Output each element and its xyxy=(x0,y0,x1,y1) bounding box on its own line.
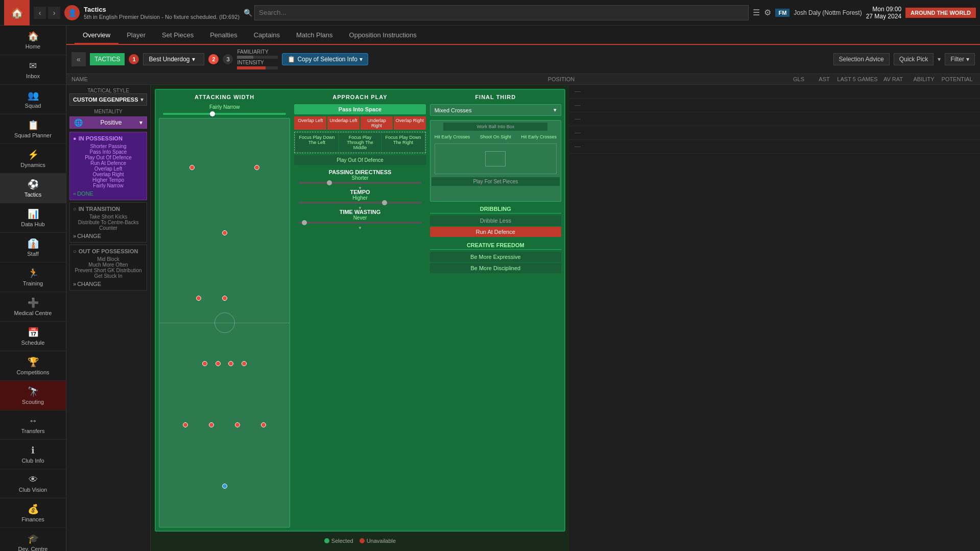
overlap-right-btn[interactable]: Overlap Right xyxy=(394,116,426,130)
chevron-down-icon: ▾ xyxy=(192,56,195,63)
mentality-select[interactable]: 🌐 Positive ▾ xyxy=(69,116,147,129)
tactics-back-btn[interactable]: « xyxy=(71,52,86,66)
sidebar-item-scouting[interactable]: 🔭Scouting xyxy=(0,381,66,411)
sidebar-item-staff[interactable]: 👔Staff xyxy=(0,233,66,262)
mentality-icon: 🌐 xyxy=(74,118,83,127)
time-wasting-slider[interactable]: ▼ xyxy=(294,221,425,225)
top-right-controls: ☰ ⚙ FM Josh Daly (Nottm Forest) Mon 09:0… xyxy=(753,6,976,20)
possession-item-1: Shorter Passing xyxy=(73,143,144,149)
sidebar-item-dev-centre[interactable]: 🎓Dev. Centre xyxy=(0,528,66,551)
sidebar-item-squad[interactable]: 👥Squad xyxy=(0,85,66,114)
tempo-slider[interactable]: ▼ xyxy=(294,201,425,205)
final-third-chevron: ▾ xyxy=(554,107,557,113)
selected-dot xyxy=(324,538,329,543)
final-third-dropdown[interactable]: Mixed Crosses ▾ xyxy=(430,104,561,116)
underlap-right-btn[interactable]: Underlap Right xyxy=(361,116,393,130)
tab-player[interactable]: Player xyxy=(118,27,154,44)
sidebar-item-home[interactable]: 🏠Home xyxy=(0,26,66,55)
be-more-expressive-btn[interactable]: Be More Expressive xyxy=(430,252,561,262)
filter-btn[interactable]: Filter ▾ xyxy=(945,53,975,65)
legend-row: Selected Unavailable xyxy=(155,535,565,547)
search-input[interactable] xyxy=(254,5,749,20)
sidebar-item-inbox[interactable]: ✉Inbox xyxy=(0,55,66,85)
underlap-left-btn[interactable]: Underlap Left xyxy=(327,116,360,130)
play-out-of-defence-btn[interactable]: Play Out Of Defence xyxy=(294,155,425,165)
sidebar-item-competitions[interactable]: 🏆Competitions xyxy=(0,351,66,381)
player-row[interactable]: — xyxy=(569,112,980,126)
sidebar-item-transfers[interactable]: ↔Transfers xyxy=(0,411,66,440)
focus-play-right-btn[interactable]: Focus Play Down The Right xyxy=(382,133,424,152)
menu-btn[interactable]: ☰ xyxy=(753,8,760,17)
tactical-style-name: CUSTOM GEGENPRESS xyxy=(73,97,138,103)
sidebar-item-club-info[interactable]: ℹClub Info xyxy=(0,440,66,469)
around-world-btn[interactable]: AROUND THE WORLD xyxy=(905,8,976,18)
transition-item-3: Counter xyxy=(73,225,144,231)
tempo-value: Higher xyxy=(294,195,425,201)
mentality-value: Positive xyxy=(100,119,122,126)
tactical-style-box[interactable]: CUSTOM GEGENPRESS ▾ xyxy=(69,93,147,106)
tactic-name-box[interactable]: Best Underdog ▾ xyxy=(143,53,204,65)
user-info: Josh Daly (Nottm Forest) xyxy=(794,9,862,16)
back-arrow[interactable]: ‹ xyxy=(34,7,46,19)
tempo-section: TEMPO Higher ▼ xyxy=(294,189,425,205)
sidebar-item-club-vision[interactable]: 👁Club Vision xyxy=(0,469,66,498)
out-possession-change-btn[interactable]: » CHANGE xyxy=(73,281,101,287)
search-icon: 🔍 xyxy=(244,9,252,17)
final-third-col: FINAL THIRD Mixed Crosses ▾ Work Ball In… xyxy=(430,93,561,528)
focus-play-left-btn[interactable]: Focus Play Down The Left xyxy=(296,133,338,152)
unavailable-label: Unavailable xyxy=(367,538,396,544)
sidebar-item-finances[interactable]: 💰Finances xyxy=(0,498,66,528)
hit-early-row: Hit Early Crosses Shoot On Sight Hit Ear… xyxy=(431,132,561,141)
date-time: Mon 09:00 xyxy=(872,6,901,13)
work-ball-btn[interactable]: Work Ball Into Box xyxy=(443,123,547,131)
in-possession-header: ● IN POSSESSION xyxy=(73,135,144,141)
tab-penalties[interactable]: Penalties xyxy=(202,27,245,44)
attacking-width-slider[interactable] xyxy=(159,112,290,116)
content-area: Overview Player Set Pieces Penalties Cap… xyxy=(66,26,980,551)
tactics-title: Tactics xyxy=(84,6,240,13)
overlap-left-btn[interactable]: Overlap Left xyxy=(294,116,326,130)
sidebar-item-medical[interactable]: ➕Medical Centre xyxy=(0,292,66,322)
quick-pick-btn[interactable]: Quick Pick xyxy=(894,53,934,65)
tab-overview[interactable]: Overview xyxy=(75,27,118,44)
transition-change-btn[interactable]: » CHANGE xyxy=(73,233,101,239)
be-more-disciplined-btn[interactable]: Be More Disciplined xyxy=(430,263,561,273)
selected-label: Selected xyxy=(331,538,353,544)
focus-play-middle-btn[interactable]: Focus Play Through The Middle xyxy=(339,133,381,152)
copy-selection-label: Copy of Selection Info xyxy=(297,56,357,63)
player-row[interactable]: — xyxy=(569,99,980,112)
hit-early-right-label: Hit Early Crosses xyxy=(521,134,557,139)
tab-set-pieces[interactable]: Set Pieces xyxy=(154,27,202,44)
home-icon-btn[interactable]: 🏠 xyxy=(4,0,30,26)
copy-selection-btn[interactable]: 📋 Copy of Selection Info ▾ xyxy=(282,53,368,65)
out-possession-item-2: Much More Often xyxy=(73,262,144,268)
out-possession-header: ○ OUT OF POSSESSION xyxy=(73,248,144,254)
three-columns-row: ATTACKING WIDTH Fairly Narrow xyxy=(159,93,561,528)
th-ast: AST xyxy=(811,76,837,82)
copy-chevron-icon: ▾ xyxy=(360,56,363,63)
familiarity-box: FAMILIARITY INTENSITY xyxy=(237,49,278,69)
tab-opposition[interactable]: Opposition Instructions xyxy=(341,27,425,44)
run-at-defence-btn[interactable]: Run At Defence xyxy=(430,227,561,237)
forward-arrow[interactable]: › xyxy=(48,7,60,19)
sidebar-item-schedule[interactable]: 📅Schedule xyxy=(0,322,66,351)
selection-advice-btn[interactable]: Selection Advice xyxy=(833,53,890,65)
sidebar-item-tactics[interactable]: ⚽Tactics xyxy=(0,174,66,203)
sidebar-item-data-hub[interactable]: 📊Data Hub xyxy=(0,203,66,233)
passing-directness-slider[interactable]: ▼ xyxy=(294,181,425,185)
tactic-name: Best Underdog xyxy=(149,56,189,63)
player-row[interactable]: — xyxy=(569,85,980,99)
tab-captains[interactable]: Captains xyxy=(246,27,288,44)
final-third-pitch: Work Ball Into Box Hit Early Crosses Sho… xyxy=(430,120,561,202)
player-row[interactable]: — xyxy=(569,126,980,140)
player-row[interactable]: — xyxy=(569,140,980,154)
sidebar-item-squad-planner[interactable]: 📋Squad Planner xyxy=(0,114,66,144)
sidebar-item-dynamics[interactable]: ⚡Dynamics xyxy=(0,144,66,174)
settings-btn[interactable]: ⚙ xyxy=(764,8,771,17)
pass-into-space-btn[interactable]: Pass Into Space xyxy=(294,104,425,114)
tab-match-plans[interactable]: Match Plans xyxy=(288,27,341,44)
sidebar-item-training[interactable]: 🏃Training xyxy=(0,262,66,292)
dribble-less-btn[interactable]: Dribble Less xyxy=(430,215,561,226)
done-btn[interactable]: « DONE xyxy=(73,190,93,197)
play-for-set-pieces-btn[interactable]: Play For Set Pieces xyxy=(432,177,560,186)
